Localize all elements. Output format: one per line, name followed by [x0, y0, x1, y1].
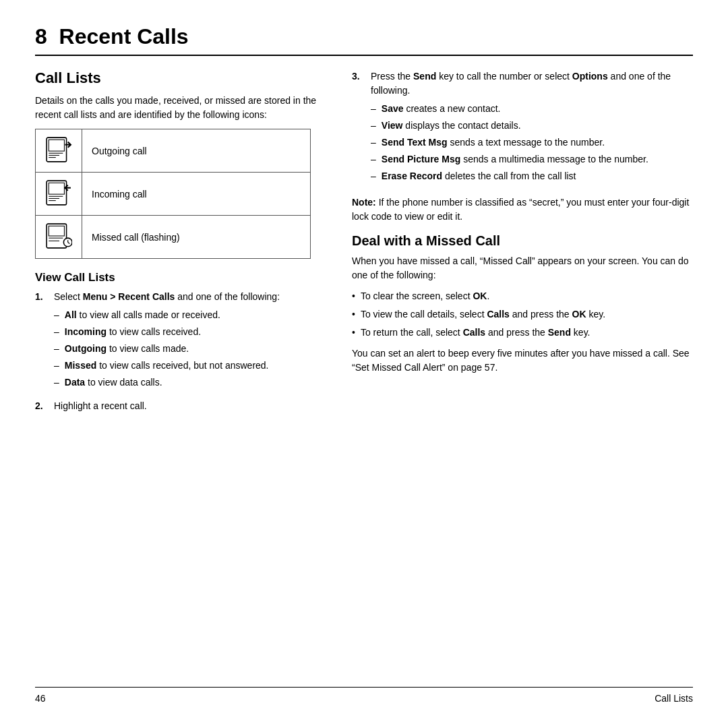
two-col-layout: Call Lists Details on the calls you made… — [35, 69, 693, 687]
list-item: 3. Press the Send key to call the number… — [352, 69, 693, 186]
table-row: Outgoing call — [36, 129, 311, 173]
footer-page-num: 46 — [35, 693, 46, 704]
view-call-lists-steps: 1. Select Menu > Recent Calls and one of… — [35, 290, 325, 413]
missed-icon-cell — [36, 216, 82, 259]
step-num: 3. — [352, 69, 364, 186]
page: 8 Recent Calls Call Lists Details on the… — [0, 0, 728, 728]
footer-section: Call Lists — [655, 693, 693, 704]
step-num: 2. — [35, 399, 47, 413]
step3-text: Press the Send key to call the number or… — [371, 71, 671, 96]
incoming-call-label: Incoming call — [82, 173, 311, 216]
list-item: To return the call, select Calls and pre… — [352, 326, 693, 340]
missed-call-label: Missed call (flashing) — [82, 216, 311, 259]
svg-rect-13 — [49, 226, 64, 236]
step-2-content: Highlight a recent call. — [54, 399, 325, 413]
missed-call-icon — [45, 222, 72, 249]
header-rule — [35, 55, 693, 56]
list-item: Erase Record deletes the call from the c… — [371, 169, 693, 183]
chapter-title-text: Recent Calls — [59, 24, 189, 49]
icons-table: Outgoing call — [35, 129, 311, 259]
left-column: Call Lists Details on the calls you made… — [35, 69, 325, 687]
chapter-num: 8 — [35, 24, 47, 49]
step2-text: Highlight a recent call. — [54, 400, 147, 411]
page-header: 8 Recent Calls — [35, 24, 693, 56]
deal-missed-list: To clear the screen, select OK. To view … — [352, 289, 693, 340]
outgoing-call-label: Outgoing call — [82, 129, 311, 173]
right-column: 3. Press the Send key to call the number… — [352, 69, 693, 687]
step-3-content: Press the Send key to call the number or… — [371, 69, 693, 186]
chapter-title: 8 Recent Calls — [35, 24, 693, 49]
svg-rect-1 — [49, 140, 64, 151]
list-item: Incoming to view calls received. — [54, 325, 325, 339]
svg-rect-7 — [49, 183, 64, 194]
list-item: Data to view data calls. — [54, 375, 325, 390]
list-item: All to view all calls made or received. — [54, 308, 325, 322]
deal-missed-intro: When you have missed a call, “Missed Cal… — [352, 254, 693, 282]
incoming-call-icon — [45, 179, 72, 206]
list-item: View displays the contact details. — [371, 119, 693, 133]
list-item: Send Picture Msg sends a multimedia mess… — [371, 152, 693, 166]
step3-sub-list: Save creates a new contact. View display… — [371, 102, 693, 183]
call-lists-title: Call Lists — [35, 69, 325, 87]
note-block: Note: If the phone number is classified … — [352, 195, 693, 224]
outgoing-icon-cell — [36, 129, 82, 173]
call-lists-intro: Details on the calls you made, received,… — [35, 94, 325, 122]
svg-rect-6 — [47, 181, 66, 205]
deal-missed-call-title: Deal with a Missed Call — [352, 233, 693, 249]
incoming-icon-cell — [36, 173, 82, 216]
list-item: Send Text Msg sends a text message to th… — [371, 135, 693, 150]
page-footer: 46 Call Lists — [35, 687, 693, 704]
step-num: 1. — [35, 290, 47, 392]
svg-rect-0 — [47, 138, 66, 162]
table-row: Missed call (flashing) — [36, 216, 311, 259]
step1-sub-list: All to view all calls made or received. … — [54, 308, 325, 390]
list-item: Save creates a new contact. — [371, 102, 693, 116]
outgoing-call-icon — [45, 136, 72, 163]
right-steps-list: 3. Press the Send key to call the number… — [352, 69, 693, 186]
list-item: To clear the screen, select OK. — [352, 289, 693, 303]
step1-text: Select Menu > Recent Calls and one of th… — [54, 291, 280, 302]
list-item: To view the call details, select Calls a… — [352, 307, 693, 322]
list-item: Outgoing to view calls made. — [54, 342, 325, 356]
note-text: If the phone number is classified as “se… — [352, 197, 689, 222]
deal-missed-footer-text: You can set an alert to beep every five … — [352, 346, 693, 375]
table-row: Incoming call — [36, 173, 311, 216]
list-item: Missed to view calls received, but not a… — [54, 359, 325, 373]
note-label: Note: — [352, 197, 376, 208]
list-item: 2. Highlight a recent call. — [35, 399, 325, 413]
step-1-content: Select Menu > Recent Calls and one of th… — [54, 290, 325, 392]
list-item: 1. Select Menu > Recent Calls and one of… — [35, 290, 325, 392]
view-call-lists-title: View Call Lists — [35, 271, 325, 284]
